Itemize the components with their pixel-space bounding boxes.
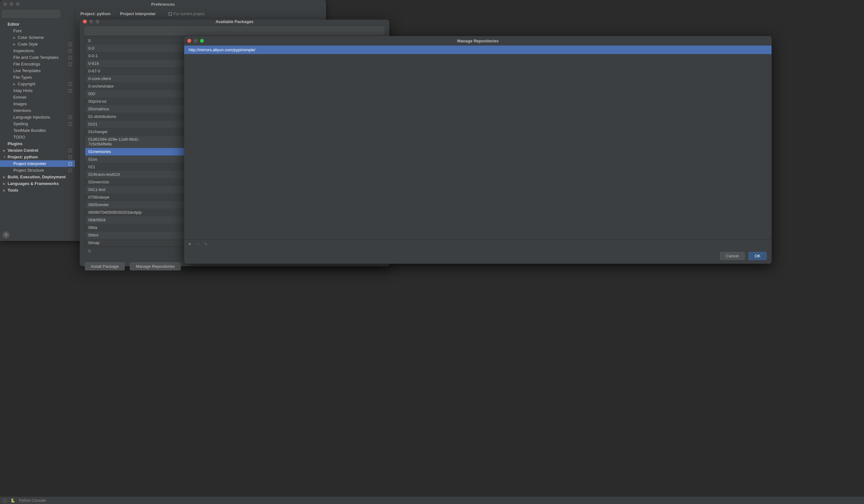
manage-repositories-dialog: Manage Repositories http://mirrors.aliyu… (184, 36, 771, 264)
tree-copyright[interactable]: ▶Copyright (0, 81, 75, 87)
maximize-icon[interactable] (96, 20, 99, 23)
tree-project-structure[interactable]: Project Structure (0, 167, 75, 174)
package-name: 0-0-1 (88, 53, 155, 58)
tree-font[interactable]: Font (0, 27, 75, 34)
package-name: 01d61084-d29e-11e9-96d1-7c5cf84ffe8e (88, 137, 155, 146)
package-name: 0-0 (88, 46, 155, 51)
reload-icon[interactable]: ↻ (88, 249, 92, 254)
tree-todo[interactable]: TODO (0, 134, 75, 140)
settings-tree[interactable]: Editor Font ▶Color Scheme ▶Code Style In… (0, 20, 75, 229)
tree-live-templates[interactable]: Live Templates (0, 67, 75, 74)
repository-toolbar: ＋ − ✎ (184, 239, 771, 248)
scope-icon (68, 148, 72, 153)
help-button[interactable]: ? (2, 232, 10, 238)
package-name: 0-core-client (88, 76, 155, 81)
repository-list[interactable]: http://mirrors.aliyun.com/pypi/simple/ (184, 46, 771, 239)
package-name: 0805nexter (88, 202, 155, 207)
search-input[interactable] (2, 10, 60, 18)
package-name: 0fela (88, 225, 155, 230)
tree-images[interactable]: Images (0, 100, 75, 107)
tool-window-icon[interactable]: ▢ (3, 498, 7, 503)
scope-icon (68, 55, 72, 60)
scope-icon (68, 42, 72, 47)
scope-icon (168, 12, 172, 16)
maximize-icon[interactable] (200, 39, 204, 43)
tree-textmate[interactable]: TextMate Bundles (0, 127, 75, 134)
scope-icon (68, 49, 72, 53)
ok-button[interactable]: OK (748, 252, 767, 260)
available-packages-titlebar: Available Packages (80, 20, 389, 23)
chevron-down-icon: ▼ (3, 156, 7, 159)
preferences-titlebar: Preferences (0, 0, 326, 8)
package-name: 02exercicio (88, 180, 155, 184)
package-name: 021 (88, 164, 155, 169)
scope-icon (68, 122, 72, 126)
svg-rect-11 (69, 89, 72, 92)
scope-icon (68, 62, 72, 66)
package-name: 0fdb5604 (88, 218, 155, 222)
package-search-input[interactable] (85, 27, 384, 35)
tree-plugins[interactable]: Plugins (0, 140, 75, 147)
scope-icon (68, 82, 72, 86)
chevron-right-icon: ▶ (3, 149, 7, 152)
package-name: 01os (88, 157, 155, 162)
add-icon[interactable]: ＋ (187, 241, 192, 247)
package-name: 0706xiaoye (88, 195, 155, 199)
package-name: 01memories (88, 149, 155, 154)
tree-inspections[interactable]: Inspections (0, 47, 75, 54)
python-console-label[interactable]: Python Console (19, 498, 46, 503)
tree-color-scheme[interactable]: ▶Color Scheme (0, 34, 75, 41)
package-name: 090807040506030201testpip (88, 210, 155, 215)
package-name: 01-distributions (88, 114, 155, 119)
maximize-icon[interactable] (16, 2, 20, 6)
svg-rect-1 (69, 43, 72, 46)
tree-file-code-templates[interactable]: File and Code Templates (0, 54, 75, 61)
python-icon[interactable]: 🐍 (10, 498, 15, 503)
repository-item[interactable]: http://mirrors.aliyun.com/pypi/simple/ (184, 46, 771, 54)
tree-build[interactable]: ▶Build, Execution, Deployment (0, 174, 75, 180)
package-name: 0-67-0 (88, 69, 155, 73)
package-name: 000 (88, 91, 155, 96)
tree-spelling[interactable]: Spelling (0, 121, 75, 127)
close-icon[interactable] (187, 39, 191, 43)
scope-icon (68, 115, 72, 120)
tree-editor[interactable]: Editor (0, 21, 75, 27)
cancel-button[interactable]: Cancel (720, 252, 745, 260)
scope-icon (68, 155, 72, 159)
tree-language-injections[interactable]: Language Injections (0, 114, 75, 121)
tree-project[interactable]: ▼Project: python (0, 153, 75, 160)
package-name: 0-orchestrator (88, 84, 155, 88)
chevron-right-icon: ▶ (3, 182, 7, 185)
remove-icon[interactable]: − (196, 241, 200, 247)
minimize-icon[interactable] (194, 39, 197, 43)
svg-rect-7 (69, 63, 72, 65)
minimize-icon[interactable] (10, 2, 13, 6)
chevron-right-icon: ▶ (13, 43, 17, 46)
package-name: 0101 (88, 122, 155, 126)
scope-icon (68, 168, 72, 173)
chevron-right-icon: ▶ (13, 83, 17, 86)
chevron-right-icon: ▶ (3, 175, 7, 179)
tree-emmet[interactable]: Emmet (0, 94, 75, 100)
tree-inlay-hints[interactable]: Inlay Hints (0, 87, 75, 94)
scope-icon (68, 88, 72, 93)
tree-file-types[interactable]: File Types (0, 74, 75, 81)
tree-intentions[interactable]: Intentions (0, 107, 75, 114)
close-icon[interactable] (3, 2, 7, 6)
tree-file-encodings[interactable]: File Encodings (0, 61, 75, 67)
tree-languages[interactable]: ▶Languages & Frameworks (0, 180, 75, 187)
minimize-icon[interactable] (89, 20, 93, 23)
tree-project-interpreter[interactable]: Project Interpreter (0, 160, 75, 167)
tree-code-style[interactable]: ▶Code Style (0, 41, 75, 47)
tree-tools[interactable]: ▶Tools (0, 187, 75, 194)
svg-rect-19 (69, 156, 72, 158)
close-icon[interactable] (83, 20, 87, 23)
svg-rect-17 (69, 149, 72, 152)
manage-repositories-button[interactable]: Manage Repositories (130, 262, 181, 270)
package-name: 0 (88, 38, 155, 43)
breadcrumb-project: Project: python (80, 11, 110, 16)
edit-icon[interactable]: ✎ (204, 241, 208, 247)
install-package-button[interactable]: Install Package (85, 262, 125, 270)
tree-version-control[interactable]: ▶Version Control (0, 147, 75, 153)
svg-rect-5 (69, 56, 72, 59)
